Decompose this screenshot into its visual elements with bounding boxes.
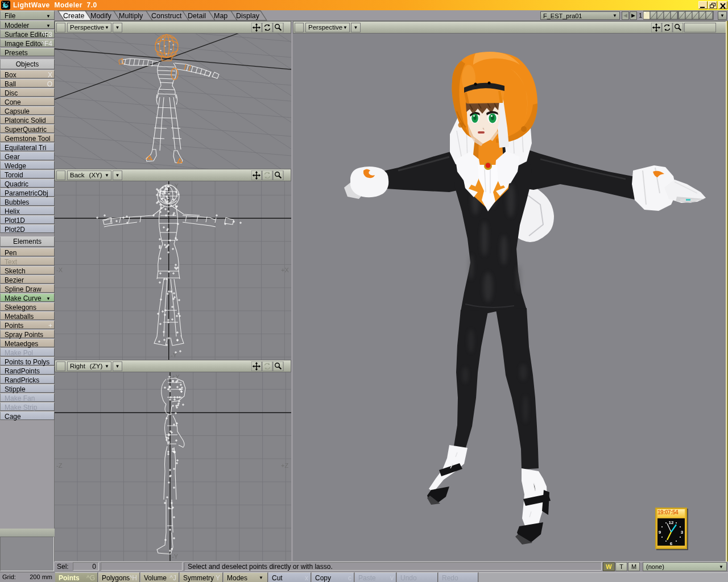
svg-text:12: 12 [669,520,674,525]
svg-text:6: 6 [670,541,673,546]
svg-text:-X: -X [56,267,63,273]
svg-text:-Y: -Y [172,553,179,560]
svg-text:-Z: -Z [56,462,63,469]
svg-text:Multiply: Multiply [119,12,143,20]
svg-text:Construct: Construct [151,12,182,20]
svg-text:Modify: Modify [90,12,112,20]
svg-text:Display: Display [236,12,260,20]
svg-text:Detail: Detail [188,12,206,20]
svg-text:Map: Map [214,12,228,20]
svg-text:Create: Create [63,12,85,20]
svg-text:+Z: +Z [281,462,288,469]
svg-text:+X: +X [281,267,289,273]
svg-text:3: 3 [681,530,684,535]
svg-text:9: 9 [659,530,661,535]
svg-text:-Y: -Y [171,352,177,359]
